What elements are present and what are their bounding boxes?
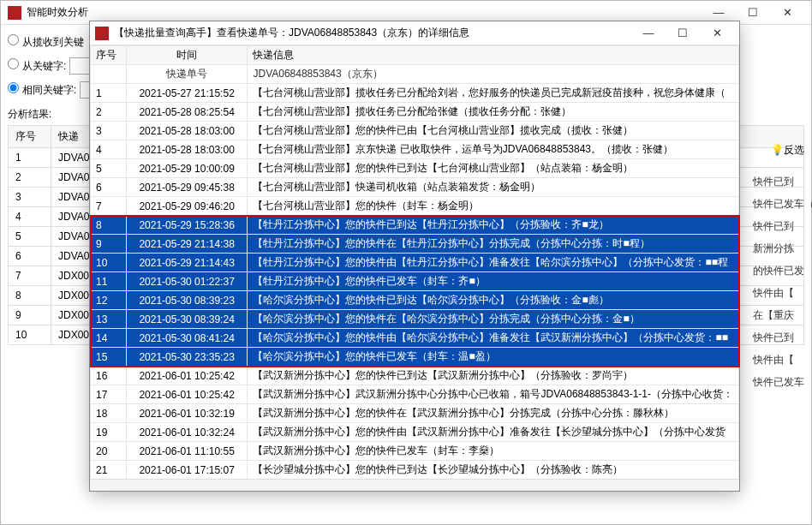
cell-time: 2021-05-28 18:03:00 [126,140,248,159]
detail-title-text: 【快递批量查询高手】查看快递单号：JDVA06848853843（京东）的详细信… [114,26,631,40]
cell-info: 【牡丹江分拣中心】您的快件由【牡丹江分拣中心】准备发往【哈尔滨分拣中心】（分拣中… [248,254,739,272]
sub-seq [91,65,127,84]
cell-info: 【七台河桃山营业部】您的快件（封车：杨金明） [248,197,739,216]
table-row[interactable]: 192021-06-01 10:32:24【武汉新洲分拣中心】您的快件由【武汉新… [91,423,739,442]
cell-info: 【哈尔滨分拣中心】您的快件已发车（封车：温■盈） [248,348,739,367]
cell-info: 【武汉新洲分拣中心】武汉新洲分拣中心分拣中心已收箱，箱号JDVA06848853… [248,385,739,404]
maximize-button[interactable]: ☐ [736,2,770,24]
table-row[interactable]: 172021-06-01 10:25:42【武汉新洲分拣中心】武汉新洲分拣中心分… [91,385,739,404]
cell-info: 【武汉新洲分拣中心】您的快件已到达【武汉新洲分拣中心】（分拣验收：罗尚宇） [248,367,739,385]
cell-seq: 7 [91,197,127,216]
col-seq[interactable]: 序号 [91,46,127,65]
row-tail: 快件由【 [753,349,811,371]
table-row[interactable]: 92021-05-29 21:14:38【牡丹江分拣中心】您的快件在【牡丹江分拣… [91,235,739,254]
row-tail: 的快件已发 [753,260,811,282]
cell-time: 2021-05-29 21:14:38 [126,235,248,254]
cell-info: 【哈尔滨分拣中心】您的快件在【哈尔滨分拣中心】分拣完成（分拣中心分拣：金■） [248,310,739,329]
table-row[interactable]: 112021-05-30 01:22:37【牡丹江分拣中心】您的快件已发车（封车… [91,272,739,291]
maximize-button[interactable]: ☐ [666,22,700,45]
table-row[interactable]: 52021-05-29 10:00:09【七台河桃山营业部】您的快件已到达【七台… [91,159,739,178]
detail-grid-wrap[interactable]: 序号 时间 快递信息 快递单号 JDVA06848853843（京东） 1202… [90,45,739,491]
reverse-select-button[interactable]: 💡反选 [771,143,804,158]
radio-option-2[interactable]: 从关键字: [8,58,66,74]
row-tail: 在【重庆 [753,304,811,326]
cell-time: 2021-05-27 21:15:52 [126,84,248,103]
close-button[interactable]: ✕ [770,2,804,24]
table-row[interactable]: 132021-05-30 08:39:24【哈尔滨分拣中心】您的快件在【哈尔滨分… [91,310,739,329]
cell-info: 【哈尔滨分拣中心】您的快件由【哈尔滨分拣中心】准备发往【武汉新洲分拣中心】（分拣… [248,329,739,348]
table-row[interactable]: 142021-05-30 08:41:24【哈尔滨分拣中心】您的快件由【哈尔滨分… [91,329,739,348]
cell-time: 2021-06-01 17:15:07 [126,461,248,480]
table-row[interactable]: 42021-05-28 18:03:00【七台河桃山营业部】京东快递 已收取快件… [91,140,739,159]
cell-info: 【武汉新洲分拣中心】您的快件已发车（封车：李燊） [248,442,739,461]
table-row[interactable]: 182021-06-01 10:32:19【武汉新洲分拣中心】您的快件在【武汉新… [91,404,739,423]
minimize-button[interactable]: — [631,22,666,45]
cell-info: 【武汉新洲分拣中心】您的快件在【武汉新洲分拣中心】分拣完成（分拣中心分拣：滕秋林… [248,404,739,423]
table-row[interactable]: 212021-06-01 17:15:07【长沙望城分拣中心】您的快件已到达【长… [91,461,739,480]
cell-seq: 18 [91,404,127,423]
cell-info: 【七台河桃山营业部】您的快件已到达【七台河桃山营业部】（站点装箱：杨金明） [248,159,739,178]
cell-info: 【七台河桃山营业部】揽收任务已分配给刘岩，您好服务的快递员已完成新冠疫苗接种，祝… [248,84,739,103]
cell-seq: 20 [91,442,127,461]
row-tail: 快件由【 [753,282,811,304]
sub-time: 快递单号 [126,65,248,84]
radio-option-3[interactable]: 相同关键字: [8,82,76,98]
table-row[interactable]: 152021-05-30 23:35:23【哈尔滨分拣中心】您的快件已发车（封车… [91,348,739,367]
cell-time: 2021-05-30 08:41:24 [126,329,248,348]
cell-seq: 5 [91,159,127,178]
app-icon [8,6,21,20]
cell-seq: 16 [91,367,127,385]
cell-seq: 14 [91,329,127,348]
row-tail: 新洲分拣 [753,237,811,260]
cell-info: 【牡丹江分拣中心】您的快件已到达【牡丹江分拣中心】（分拣验收：齐■龙） [248,216,739,235]
table-row[interactable]: 202021-06-01 11:10:55【武汉新洲分拣中心】您的快件已发车（封… [91,442,739,461]
detail-titlebar[interactable]: 【快递批量查询高手】查看快递单号：JDVA06848853843（京东）的详细信… [90,21,739,45]
cell-info: 【长沙望城分拣中心】您的快件已到达【长沙望城分拣中心】（分拣验收：陈亮） [248,461,739,480]
bulb-icon: 💡 [771,144,784,156]
cell-seq: 13 [91,310,127,329]
cell-seq: 15 [91,348,127,367]
table-row[interactable]: 22021-05-28 08:25:54【七台河桃山营业部】揽收任务已分配给张健… [91,103,739,122]
cell-time: 2021-05-30 08:39:24 [126,310,248,329]
cell-time: 2021-06-01 10:25:42 [126,385,248,404]
col-info[interactable]: 快递信息 [248,46,739,65]
cell-time: 2021-05-29 09:46:20 [126,197,248,216]
cell-info: 【武汉新洲分拣中心】您的快件由【武汉新洲分拣中心】准备发往【长沙望城分拣中心】（… [248,423,739,442]
cell-seq: 11 [91,272,127,291]
row-tail: 快件已发车 [753,371,811,393]
cell-info: 【哈尔滨分拣中心】您的快件已到达【哈尔滨分拣中心】（分拣验收：金■彪） [248,291,739,310]
cell-seq: 2 [91,103,127,122]
col-seq[interactable]: 序号 [9,126,51,148]
cell-seq: 6 [91,178,127,197]
cell-seq: 10 [91,254,127,272]
table-row[interactable]: 32021-05-28 18:03:00【七台河桃山营业部】您的快件已由【七台河… [91,122,739,140]
cell-info: 【七台河桃山营业部】揽收任务已分配给张健（揽收任务分配：张健） [248,103,739,122]
table-row[interactable]: 12021-05-27 21:15:52【七台河桃山营业部】揽收任务已分配给刘岩… [91,84,739,103]
row-tail: 快件已到 [753,170,811,193]
cell-seq: 19 [91,423,127,442]
sub-info: JDVA06848853843（京东） [248,65,739,84]
col-time[interactable]: 时间 [126,46,248,65]
table-row[interactable]: 122021-05-30 08:39:23【哈尔滨分拣中心】您的快件已到达【哈尔… [91,291,739,310]
cell-seq: 21 [91,461,127,480]
cell-seq: 17 [91,385,127,404]
cell-time: 2021-05-28 18:03:00 [126,122,248,140]
cell-info: 【七台河桃山营业部】您的快件已由【七台河桃山营业部】揽收完成（揽收：张健） [248,122,739,140]
table-row[interactable]: 72021-05-29 09:46:20【七台河桃山营业部】您的快件（封车：杨金… [91,197,739,216]
cell-time: 2021-05-28 08:25:54 [126,103,248,122]
cell-time: 2021-05-29 09:45:38 [126,178,248,197]
table-row[interactable]: 62021-05-29 09:45:38【七台河桃山营业部】快递司机收箱（站点装… [91,178,739,197]
radio-option-1[interactable]: 从揽收到关键 [8,34,84,50]
cell-seq: 12 [91,291,127,310]
cell-seq: 8 [91,216,127,235]
table-row[interactable]: 82021-05-29 15:28:36【牡丹江分拣中心】您的快件已到达【牡丹江… [91,216,739,235]
horizontal-scrollbar[interactable] [90,479,739,491]
close-button[interactable]: ✕ [700,22,734,45]
cell-info: 【牡丹江分拣中心】您的快件已发车（封车：齐■） [248,272,739,291]
table-row[interactable]: 102021-05-29 21:14:43【牡丹江分拣中心】您的快件由【牡丹江分… [91,254,739,272]
table-row[interactable]: 162021-06-01 10:25:42【武汉新洲分拣中心】您的快件已到达【武… [91,367,739,385]
row-tail: 快件已发车（ [753,193,811,215]
cell-info: 【七台河桃山营业部】快递司机收箱（站点装箱发货：杨金明） [248,178,739,197]
outer-title-text: 智能时效分析 [27,5,702,20]
detail-grid[interactable]: 序号 时间 快递信息 快递单号 JDVA06848853843（京东） 1202… [90,45,739,491]
